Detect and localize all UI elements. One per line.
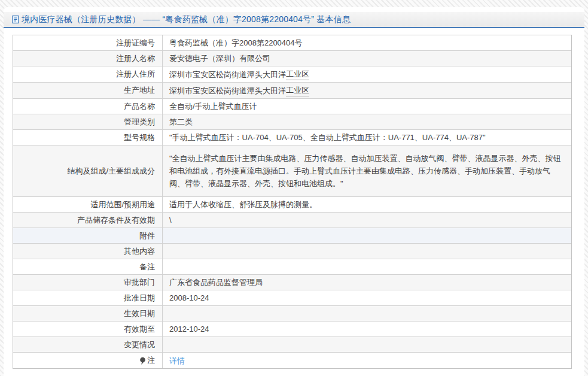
row-value-text: \ [169,214,172,226]
row-label-text: 生效日期 [124,308,155,319]
row-value: 深圳市宝安区松岗街道潭头大田洋工业区 [163,66,571,82]
row-label: 注 [13,353,163,368]
row-label-text: 有效期至 [124,324,155,335]
row-value-text: 2008-10-24 [169,292,209,304]
table-row: 产品储存条件及有效期\ [13,213,571,228]
row-value-text: "全自动上臂式血压计主要由集成电路、压力传感器、自动加压装置、自动放气阀、臂带、… [169,154,561,188]
row-label-text: 注 [147,355,155,366]
row-label: 适用范围/预期用途 [13,197,163,212]
row-label: 批准日期 [13,290,163,305]
row-value [163,259,571,274]
row-value-text: 适用于人体收缩压、舒张压及脉搏的测量。 [169,199,317,210]
row-value-text: 广东省食品药品监督管理局 [169,277,263,288]
row-value: 广东省食品药品监督管理局 [163,275,571,290]
row-label-text: 注册证编号 [116,38,155,48]
row-value [163,228,571,243]
row-label: 备注 [13,259,163,274]
page-title: 境内医疗器械（注册历史数据） —— “粤食药监械（准）字2008第2200404… [22,14,351,25]
row-label-text: 生产地址 [124,85,155,96]
row-label-text: 管理类别 [124,117,155,128]
row-value: 全自动/手动上臂式血压计 [163,99,571,114]
row-label: 变更情况 [13,337,163,352]
row-label: 结构及组成/主要组成成分 [13,145,163,196]
row-label: 审批部门 [13,275,163,290]
row-value-text: 第二类 [169,116,193,128]
table-row: 生产地址深圳市宝安区松岗街道潭头大田洋工业区 [13,83,571,99]
table-row: 注册人名称爱安德电子（深圳）有限公司 [13,51,571,66]
row-value-text: "手动上臂式血压计：UA-704、UA-705、全自动上臂式血压计：UA-771… [169,132,486,143]
registration-info-table: 注册证编号粤食药监械（准）字2008第2200404号注册人名称爱安德电子（深圳… [13,35,572,369]
row-value: 第二类 [163,114,571,129]
row-value-underlined-text: 工业区 [286,68,309,80]
row-label: 注册证编号 [13,35,163,50]
table-row: 产品名称全自动/手动上臂式血压计 [13,99,571,114]
balloon-icon [139,357,146,365]
content-panel: 境内医疗器械（注册历史数据） —— “粤食药监械（准）字2008第2200404… [4,7,584,376]
row-value: 详情 [163,353,571,368]
row-value-text: 粤食药监械（准）字2008第2200404号 [169,37,303,48]
row-value [163,306,571,321]
row-label: 附件 [13,228,163,243]
row-label: 注册人住所 [13,66,163,82]
title-bar: 境内医疗器械（注册历史数据） —— “粤食药监械（准）字2008第2200404… [4,12,584,28]
row-value-text: 全自动/手动上臂式血压计 [169,101,257,112]
document-icon [11,15,20,24]
row-value: 爱安德电子（深圳）有限公司 [163,51,571,66]
row-value [163,337,571,352]
row-label: 生效日期 [13,306,163,321]
row-value [163,244,571,259]
table-row: 适用范围/预期用途适用于人体收缩压、舒张压及脉搏的测量。 [13,197,571,213]
row-label: 注册人名称 [13,51,163,66]
row-value-text: 2012-10-24 [169,323,209,335]
table-row: 备注 [13,259,571,275]
table-row: 其他内容 [13,244,571,259]
table-row: 生效日期 [13,306,571,322]
row-label: 型号规格 [13,130,163,145]
row-label: 其他内容 [13,244,163,259]
row-label-text: 其他内容 [124,246,155,257]
row-label: 产品储存条件及有效期 [13,213,163,228]
row-value-text: 深圳市宝安区松岗街道潭头大田洋 [169,69,286,80]
table-row: 批准日期2008-10-24 [13,290,571,306]
row-value-underlined-text: 工业区 [286,84,309,96]
row-label-text: 型号规格 [124,132,155,143]
row-label: 管理类别 [13,114,163,129]
table-row: 注册证编号粤食药监械（准）字2008第2200404号 [13,35,571,51]
row-value: "全自动上臂式血压计主要由集成电路、压力传感器、自动加压装置、自动放气阀、臂带、… [163,145,571,196]
detail-link[interactable]: 详情 [169,355,185,366]
row-value-text: 深圳市宝安区松岗街道潭头大田洋 [169,85,286,96]
table-row: 变更情况 [13,337,571,353]
row-label: 生产地址 [13,83,163,98]
row-label-text: 注册人住所 [116,69,155,80]
row-label-text: 注册人名称 [116,53,155,64]
row-label-text: 产品名称 [124,101,155,112]
row-label-text: 审批部门 [124,277,155,288]
row-value: "手动上臂式血压计：UA-704、UA-705、全自动上臂式血压计：UA-771… [163,130,571,145]
row-value: 深圳市宝安区松岗街道潭头大田洋工业区 [163,83,571,98]
row-label: 有效期至 [13,322,163,336]
table-row: 型号规格"手动上臂式血压计：UA-704、UA-705、全自动上臂式血压计：UA… [13,130,571,145]
table-row: 注详情 [13,353,571,368]
table-row: 结构及组成/主要组成成分"全自动上臂式血压计主要由集成电路、压力传感器、自动加压… [13,145,571,197]
row-label-text: 附件 [139,231,155,241]
row-value: \ [163,213,571,228]
table-row: 附件 [13,228,571,244]
table-row: 审批部门广东省食品药品监督管理局 [13,275,571,290]
row-value: 粤食药监械（准）字2008第2200404号 [163,35,571,50]
row-value: 2012-10-24 [163,322,571,336]
row-label-text: 产品储存条件及有效期 [77,215,155,226]
row-label-text: 结构及组成/主要组成成分 [67,166,155,177]
table-row: 管理类别第二类 [13,114,571,130]
row-label-text: 批准日期 [124,293,155,304]
row-label-text: 适用范围/预期用途 [90,199,155,210]
row-value: 适用于人体收缩压、舒张压及脉搏的测量。 [163,197,571,212]
row-value-text: 爱安德电子（深圳）有限公司 [169,53,270,64]
row-label-text: 备注 [139,262,155,272]
table-row: 注册人住所深圳市宝安区松岗街道潭头大田洋工业区 [13,66,571,83]
row-label-text: 变更情况 [124,339,155,350]
table-row: 有效期至2012-10-24 [13,322,571,337]
row-value: 2008-10-24 [163,290,571,305]
row-label: 产品名称 [13,99,163,114]
